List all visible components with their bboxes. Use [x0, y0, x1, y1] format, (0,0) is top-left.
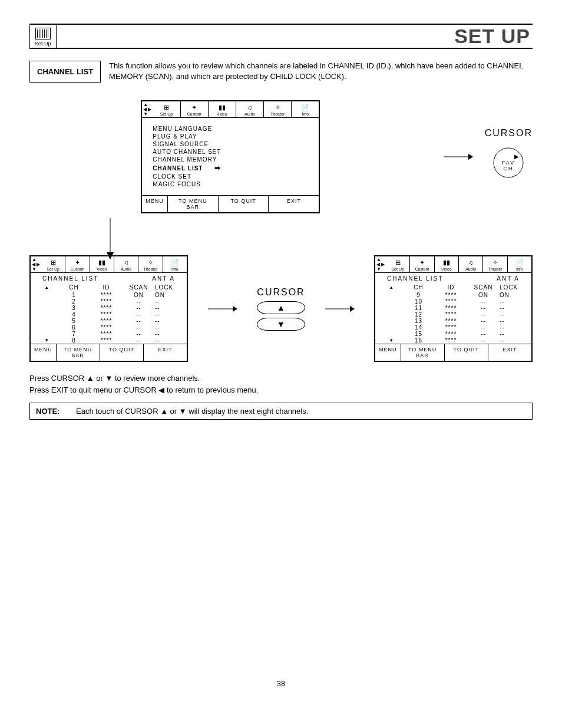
tab-video[interactable]: ▮▮Video: [435, 256, 459, 272]
table-row: 12****----: [375, 311, 531, 318]
tab-custom[interactable]: ✦Custom: [181, 101, 209, 117]
table-row: 4****----: [31, 311, 187, 318]
page-number: 38: [29, 679, 533, 688]
arrow-right-icon: [325, 304, 355, 314]
menu-footer-menu: MENU: [142, 196, 168, 212]
scroll-down-icon: [381, 305, 402, 311]
svg-marker-10: [350, 306, 355, 312]
cursor-updown-hint: CURSOR ▲ ▼: [257, 287, 305, 331]
channel-list-panel-1: ▲◀ ▶▼ ⊞Set Up ✦Custom ▮▮Video ♫Audio ✧Th…: [29, 255, 188, 362]
list-header: CHANNEL LIST ANT A: [375, 273, 531, 283]
table-row: 3****----: [31, 305, 187, 311]
setup-logo: Set Up: [29, 25, 57, 48]
menu-bar: ▲◀ ▶▼ ⊞Set Up ✦Custom ▮▮Video ♫Audio ✧Th…: [375, 256, 531, 273]
tab-info[interactable]: 📄Info: [292, 101, 319, 117]
cursor-right-hint: CURSOR ▶ FAV CH: [485, 128, 533, 186]
note-label: NOTE:: [36, 407, 59, 416]
column-headers: ▴ CH ID SCAN LOCK: [375, 283, 531, 292]
intro-text: This function allows you to review which…: [109, 61, 533, 82]
menu-item[interactable]: MAGIC FOCUS: [153, 180, 308, 188]
menu-body: MENU LANGUAGEPLUG & PLAYSIGNAL SOURCEAUT…: [142, 118, 319, 195]
menu-item[interactable]: AUTO CHANNEL SET: [153, 148, 308, 156]
cursor-up-button[interactable]: ▲: [257, 301, 305, 314]
table-row: 9****ONON: [375, 292, 531, 298]
menu-footer-exit: EXIT: [144, 344, 187, 361]
instruction-line: Press EXIT to quit menu or CURSOR ◀ to r…: [29, 384, 533, 396]
menu-footer-menu: MENU: [375, 344, 401, 361]
scroll-down-icon: [381, 292, 402, 298]
menu-footer-bar: TO MENU BAR: [57, 344, 100, 361]
tab-setup[interactable]: ⊞Set Up: [386, 256, 410, 272]
scroll-up-icon: ▴: [381, 284, 402, 291]
table-row: 7****----: [31, 331, 187, 337]
scroll-down-icon: [37, 318, 58, 324]
menu-item[interactable]: CLOCK SET: [153, 173, 308, 180]
menu-item[interactable]: CHANNEL MEMORY: [153, 156, 308, 163]
tab-info[interactable]: 📄Info: [508, 256, 531, 272]
menu-item[interactable]: PLUG & PLAY: [153, 133, 308, 140]
tab-custom[interactable]: ✦Custom: [410, 256, 434, 272]
menu-footer: MENU TO MENU BAR TO QUIT EXIT: [375, 344, 531, 361]
fav-ch-button[interactable]: ▶ FAV CH: [488, 142, 529, 183]
svg-text:CH: CH: [504, 166, 514, 172]
instruction-line: Press CURSOR ▲ or ▼ to review more chann…: [29, 373, 533, 384]
cursor-label: CURSOR: [257, 287, 305, 298]
scroll-down-icon: [37, 298, 58, 305]
table-row: 10****----: [375, 298, 531, 305]
arrow-right-icon: [444, 152, 473, 162]
scroll-down-icon: [37, 305, 58, 311]
scroll-down-icon: [381, 318, 402, 324]
intro-row: CHANNEL LIST This function allows you to…: [29, 61, 533, 83]
table-row: ▾8****----: [31, 337, 187, 344]
scroll-down-icon: [381, 331, 402, 337]
svg-marker-1: [468, 154, 473, 160]
scroll-down-icon: [37, 324, 58, 331]
scroll-down-icon: [37, 292, 58, 298]
menu-footer-quit: TO QUIT: [445, 344, 488, 361]
table-row: ▾16****----: [375, 337, 531, 344]
tab-theater[interactable]: ✧Theater: [264, 101, 292, 117]
svg-marker-6: [107, 252, 114, 259]
cursor-label: CURSOR: [485, 128, 533, 139]
tab-theater[interactable]: ✧Theater: [483, 256, 507, 272]
menu-footer-quit: TO QUIT: [100, 344, 144, 361]
menu-item[interactable]: SIGNAL SOURCE: [153, 140, 308, 148]
scroll-down-icon: ▾: [381, 337, 402, 344]
osd-setup-menu: ▲◀ ▶▼ ⊞Set Up ✦Custom ▮▮Video ♫Audio ✧Th…: [141, 100, 320, 213]
table-row: 6****----: [31, 324, 187, 331]
arrow-right-icon: [208, 304, 237, 314]
scroll-down-icon: [37, 331, 58, 337]
flow-arrow-down-icon: [0, 218, 362, 261]
nav-arrows-icon: ▲◀ ▶▼: [142, 101, 153, 117]
menu-item[interactable]: MENU LANGUAGE: [153, 125, 308, 133]
section-label: CHANNEL LIST: [29, 61, 101, 83]
tab-audio[interactable]: ♫Audio: [236, 101, 264, 117]
note-box: NOTE: Each touch of CURSOR ▲ or ▼ will d…: [29, 403, 533, 420]
menu-footer-bar: TO MENU BAR: [401, 344, 445, 361]
table-row: 11****----: [375, 305, 531, 311]
tab-setup[interactable]: ⊞Set Up: [153, 101, 180, 117]
svg-text:▶: ▶: [514, 153, 520, 160]
page-header: Set Up SET UP: [29, 24, 533, 49]
instructions: Press CURSOR ▲ or ▼ to review more chann…: [29, 373, 533, 396]
scroll-down-icon: ▾: [37, 337, 58, 344]
menu-item[interactable]: CHANNEL LIST: [153, 163, 308, 173]
svg-marker-8: [233, 306, 237, 312]
menu-bar: ▲◀ ▶▼ ⊞Set Up ✦Custom ▮▮Video ♫Audio ✧Th…: [142, 101, 319, 118]
svg-text:FAV: FAV: [502, 160, 515, 166]
cursor-down-button[interactable]: ▼: [257, 318, 305, 331]
tab-audio[interactable]: ♫Audio: [459, 256, 483, 272]
table-row: 1****ONON: [31, 292, 187, 298]
column-headers: ▴ CH ID SCAN LOCK: [31, 283, 187, 292]
channel-list-panel-2: ▲◀ ▶▼ ⊞Set Up ✦Custom ▮▮Video ♫Audio ✧Th…: [374, 255, 533, 362]
tab-video[interactable]: ▮▮Video: [209, 101, 236, 117]
setup-icon: [35, 28, 51, 39]
menu-footer-exit: EXIT: [488, 344, 531, 361]
table-row: 5****----: [31, 318, 187, 324]
menu-footer: MENU TO MENU BAR TO QUIT EXIT: [142, 195, 319, 212]
scroll-up-icon: ▴: [37, 284, 58, 291]
table-row: 2****----: [31, 298, 187, 305]
list-header: CHANNEL LIST ANT A: [31, 273, 187, 283]
table-row: 15****----: [375, 331, 531, 337]
menu-footer-quit: TO QUIT: [219, 196, 269, 212]
